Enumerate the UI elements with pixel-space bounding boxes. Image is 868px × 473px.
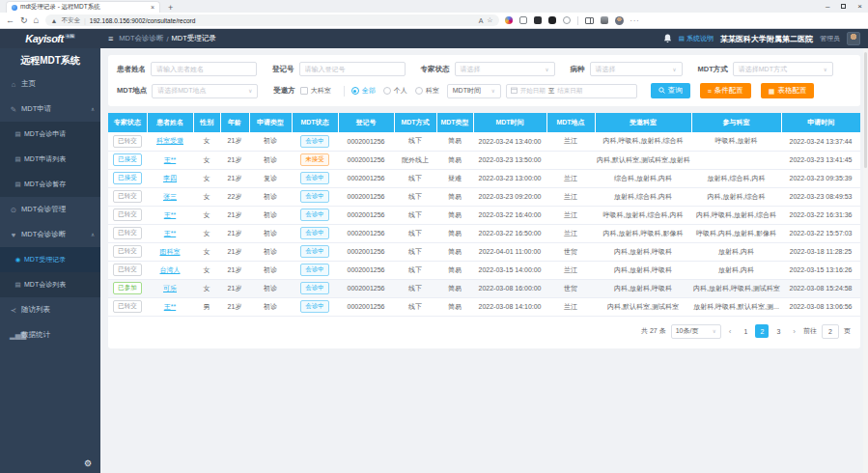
sidebar-group-mdt-apply[interactable]: ✎ MDT申请 ∧ — [0, 97, 100, 122]
patient-name-link[interactable]: 王** — [164, 211, 176, 218]
page-size-select[interactable]: 10条/页 ∨ — [671, 324, 721, 339]
extension-icon[interactable] — [534, 16, 542, 24]
table-row[interactable]: 已转交王**男21岁初诊会诊中0002001256线下简易2022-03-08 … — [108, 297, 860, 316]
patient-name-link[interactable]: 科室受邀 — [156, 137, 183, 144]
sidebar-item-home[interactable]: ⌂ 主页 — [0, 71, 100, 97]
bell-icon[interactable] — [663, 34, 672, 43]
split-screen-icon[interactable] — [585, 17, 594, 24]
table-row[interactable]: 已转交张三女22岁初诊会诊中0002001256线下简易2022-03-23 0… — [108, 187, 860, 206]
status-badge: 会诊中 — [300, 300, 329, 313]
table-row[interactable]: 已转交图科室女21岁初诊会诊中0002001256线下简易2022-04-01 … — [108, 242, 860, 261]
filter-config-icon: ≡ — [708, 88, 712, 95]
table-row[interactable]: 已转交王**女21岁初诊会诊中0002001256线下简易2022-03-22 … — [108, 224, 860, 242]
sidebar-item-mdt-consult-list[interactable]: ▤ MDT会诊列表 — [0, 272, 100, 297]
time-type-select[interactable]: MDT时间 ∨ — [447, 84, 501, 98]
extension-icon[interactable] — [505, 16, 513, 24]
major-dept-checkbox[interactable] — [300, 87, 308, 95]
patient-name-link[interactable]: 台湾人 — [160, 266, 181, 273]
minimize-button[interactable]: – — [826, 3, 829, 11]
scrollbar-thumb[interactable] — [864, 52, 867, 168]
extension-icon[interactable] — [519, 16, 527, 24]
read-aloud-icon[interactable]: A — [479, 17, 484, 24]
new-tab-button[interactable]: + — [168, 3, 173, 13]
table-config-button[interactable]: ▦ 表格配置 — [761, 83, 815, 98]
share-icon: ≺ — [10, 306, 17, 315]
collapse-menu-icon[interactable]: ≡ — [108, 34, 113, 43]
page-number-button[interactable]: 2 — [755, 324, 769, 338]
sidebar-item-mdt-consult-draft[interactable]: ▤ MDT会诊暂存 — [0, 172, 100, 197]
mdt-status-cell: 会诊中 — [292, 169, 338, 187]
address-bar[interactable]: ▲ 不安全 | 192.168.0.156:9002/consultate/re… — [45, 14, 499, 26]
date-range-picker[interactable]: 开始日期 至 结束日期 — [506, 84, 637, 98]
patient-name-link[interactable]: 王** — [164, 303, 176, 310]
browser-profile-avatar[interactable] — [615, 16, 624, 25]
invited-cell: 内科,呼吸科,放射科,综合科 — [595, 132, 691, 151]
edit-icon: ✎ — [10, 105, 17, 114]
tab-close-icon[interactable]: × — [151, 4, 154, 11]
patient-name-input[interactable] — [151, 62, 257, 76]
favorite-star-icon[interactable]: ☆ — [487, 16, 492, 24]
mdt-mode-select[interactable]: 请选择MDT方式 ∨ — [733, 62, 833, 76]
browser-toolbar: ← ↻ ⌂ ▲ 不安全 | 192.168.0.156:9002/consult… — [0, 13, 868, 29]
joined-cell: 呼吸科,内科,放射科,影像科 — [691, 224, 781, 242]
sidebar-item-followup-list[interactable]: ≺ 随访列表 — [0, 297, 100, 322]
patient-name-link[interactable]: 王** — [164, 230, 176, 236]
page-number-button[interactable]: 3 — [771, 324, 785, 338]
search-button[interactable]: 查询 — [651, 83, 690, 98]
patient-name-link[interactable]: 李四 — [163, 175, 177, 181]
table-row[interactable]: 已转交科室受邀女21岁初诊会诊中0002001256线下简易2022-03-24… — [108, 132, 860, 151]
patient-name-link[interactable]: 张三 — [163, 193, 177, 200]
back-button[interactable]: ← — [6, 16, 14, 25]
register-no-input[interactable] — [299, 62, 406, 76]
condition-config-button[interactable]: ≡ 条件配置 — [700, 83, 751, 98]
system-help-link[interactable]: ▤ 系统说明 — [679, 34, 714, 43]
table-row[interactable]: 已转交王**女21岁初诊会诊中0002001256线下简易2022-03-22 … — [108, 206, 860, 224]
collections-icon[interactable] — [601, 16, 608, 24]
extension-icon[interactable] — [548, 16, 556, 24]
table-row[interactable]: 已接受王**女21岁初诊未接受0002001256院外线上简易2022-03-2… — [108, 151, 860, 169]
extension-icon[interactable] — [563, 16, 571, 24]
expert-status-cell: 已转交 — [108, 224, 147, 242]
sidebar-item-mdt-consult-apply[interactable]: ▤ MDT会诊申请 — [0, 122, 100, 147]
sidebar-group-mdt-diagnosis[interactable]: ♥ MDT会诊诊断 ∧ — [0, 222, 100, 247]
mdt-place-select[interactable]: 请选择MDT地点 ∨ — [152, 84, 258, 98]
extension-icons: ··· — [505, 16, 640, 25]
patient-name-link[interactable]: 可乐 — [163, 285, 177, 292]
column-header: MDT地点 — [546, 113, 595, 132]
home-button[interactable]: ⌂ — [34, 15, 40, 25]
expert-status-select[interactable]: 请选择 ∨ — [455, 62, 555, 76]
invited-cell: 放射科,综合科,内科 — [595, 187, 691, 206]
close-button[interactable]: × — [857, 3, 862, 11]
sidebar-item-statistics[interactable]: ▂▅▇ 数据统计 — [0, 322, 100, 348]
page-number-button[interactable]: 1 — [739, 324, 752, 338]
browser-menu-icon[interactable]: ··· — [630, 17, 640, 24]
next-page-arrow[interactable]: › — [790, 327, 798, 336]
invited-cell: 内科,放射科,呼吸科 — [595, 242, 691, 261]
sidebar-item-mdt-manage[interactable]: ⊙ MDT会诊管理 — [0, 197, 100, 222]
table-row[interactable]: 已接受李四女21岁复诊会诊中0002001256线下疑难2022-03-23 1… — [108, 169, 860, 187]
place-cell — [546, 151, 595, 169]
expert-status-cell: 已转交 — [108, 242, 147, 261]
column-header: 申请时间 — [781, 113, 860, 132]
mode-cell: 线下 — [394, 279, 436, 297]
user-avatar[interactable] — [847, 32, 860, 45]
table-row[interactable]: 已参加可乐女21岁初诊会诊中0002001256线下简易2022-03-08 1… — [108, 279, 860, 297]
settings-gear-icon[interactable]: ⚙ — [84, 459, 92, 468]
sidebar-item-mdt-accept-record[interactable]: ◉ MDT受理记录 — [0, 247, 100, 272]
radio-personal[interactable] — [383, 87, 391, 95]
refresh-button[interactable]: ↻ — [20, 16, 28, 25]
patient-name-link[interactable]: 王** — [164, 156, 176, 163]
table-row[interactable]: 已转交台湾人女21岁初诊会诊中0002001256线下简易2022-03-15 … — [108, 261, 860, 279]
patient-name-cell: 台湾人 — [147, 261, 193, 279]
disease-select[interactable]: 请选择 ∨ — [590, 62, 683, 76]
status-badge: 未接受 — [300, 153, 329, 166]
patient-name-link[interactable]: 图科室 — [160, 248, 181, 255]
sidebar-item-mdt-apply-list[interactable]: ▤ MDT申请列表 — [0, 147, 100, 172]
radio-all[interactable] — [351, 87, 359, 95]
radio-dept-label: 科室 — [426, 86, 439, 96]
maximize-button[interactable] — [841, 4, 846, 9]
browser-tab[interactable]: mdt受理记录 - 远程MDT系统 × — [6, 1, 160, 13]
prev-page-arrow[interactable]: ‹ — [726, 327, 735, 336]
radio-dept[interactable] — [415, 87, 423, 95]
goto-page-input[interactable] — [822, 324, 839, 339]
